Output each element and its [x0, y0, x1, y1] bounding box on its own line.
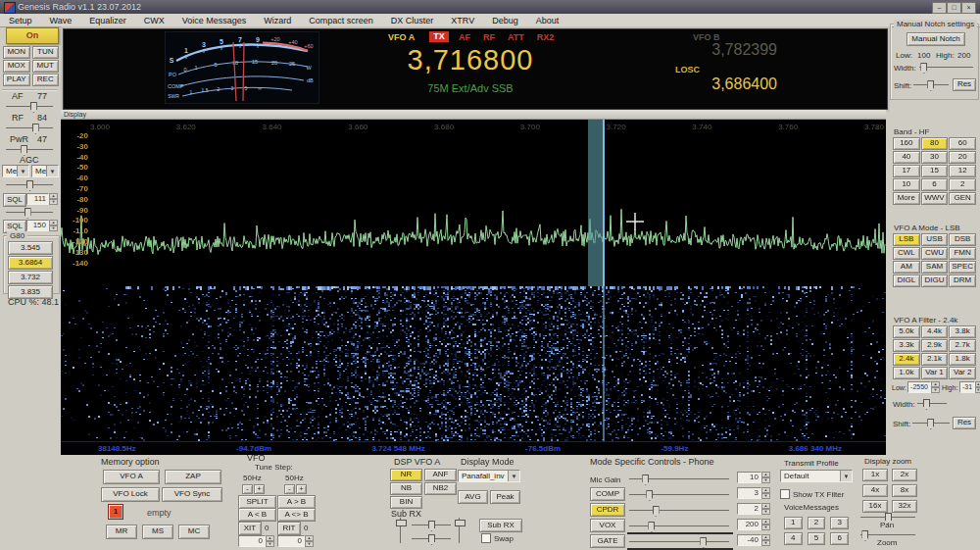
voice-message-button[interactable]: 5 [808, 532, 826, 545]
filter-button[interactable]: 3.3k [893, 339, 920, 352]
step-a-plus-button[interactable]: + [254, 484, 265, 494]
comp-spinner[interactable]: 3 [737, 487, 770, 499]
notch-shift-slider[interactable] [913, 80, 949, 89]
cpdr-slider[interactable] [629, 506, 729, 515]
pwr-slider[interactable] [6, 145, 53, 154]
sql1-button[interactable]: SQL [3, 193, 26, 207]
mic-gain-slider[interactable] [629, 475, 729, 483]
band-button[interactable]: 20 [949, 151, 976, 164]
mode-button[interactable]: DIGU [921, 275, 949, 287]
gate-slider[interactable] [629, 537, 729, 546]
vfoa-flag[interactable]: RX2 [537, 32, 555, 42]
band-button[interactable]: 15 [921, 165, 949, 177]
sql2-spinner[interactable]: 150 [26, 220, 58, 231]
filter-button[interactable]: 3.8k [949, 325, 976, 338]
menu-item[interactable]: XTRV [442, 16, 483, 25]
agc-select-rx1[interactable]: Med [2, 165, 29, 177]
voice-message-button[interactable]: 4 [784, 532, 803, 545]
memory-vfoa-button[interactable]: VFO A [103, 470, 160, 484]
mode-button[interactable]: AM [893, 261, 920, 274]
mode-button[interactable]: DSB [949, 233, 976, 246]
subrx-rf-slider[interactable] [455, 518, 464, 543]
band-button[interactable]: 30 [921, 151, 949, 164]
band-button[interactable]: 6 [921, 178, 949, 191]
band-button[interactable]: 60 [949, 137, 976, 150]
subrx-af-slider[interactable] [396, 518, 405, 543]
xit-button[interactable]: XIT [238, 522, 262, 535]
zoom-button[interactable]: 32x [892, 500, 917, 513]
rx-control-button[interactable]: REC [32, 74, 60, 86]
band-button[interactable]: 17 [893, 165, 920, 177]
band-button[interactable]: 2 [949, 178, 976, 191]
rx-control-button[interactable]: TUN [32, 46, 60, 59]
vfoa-flag[interactable]: RF [483, 32, 495, 42]
menu-item[interactable]: Voice Messages [173, 16, 256, 25]
band-button[interactable]: GEN [949, 192, 976, 205]
zoom-button[interactable]: 16x [862, 500, 888, 513]
vox-slider[interactable] [629, 522, 729, 530]
filter-button[interactable]: 5.0k [893, 325, 920, 338]
rx-control-button[interactable]: MOX [3, 60, 30, 73]
filter-reset-button[interactable]: Res [953, 417, 976, 429]
band-button[interactable]: 80 [921, 137, 949, 150]
sql1-spinner[interactable]: 111 [26, 193, 58, 205]
b-to-a-button[interactable]: A < B [238, 508, 276, 522]
vfoa-frequency[interactable]: 3,716800 [348, 44, 593, 76]
menu-item[interactable]: Compact screen [300, 16, 382, 25]
split-button[interactable]: SPLIT [238, 495, 276, 509]
filter-button[interactable]: 1.8k [949, 353, 976, 366]
rit-button[interactable]: RIT [277, 522, 301, 535]
mode-button[interactable]: SAM [921, 261, 949, 274]
avg-button[interactable]: AVG [458, 490, 488, 504]
step-b-plus-button[interactable]: + [296, 484, 307, 494]
mode-button[interactable]: DRM [949, 275, 976, 287]
comp-button[interactable]: COMP [590, 487, 625, 501]
swap-checkbox[interactable]: Swap [481, 533, 514, 543]
band-button[interactable]: 12 [949, 165, 976, 177]
vox-button[interactable]: VOX [590, 519, 625, 532]
mode-button[interactable]: CWU [921, 247, 949, 260]
subrx-gain-slider[interactable] [412, 534, 451, 543]
filter-button[interactable]: 4.4k [921, 325, 949, 338]
menu-item[interactable]: Setup [0, 16, 41, 25]
filter-high-spinner[interactable]: -31 [959, 381, 979, 393]
manual-notch-button[interactable]: Manual Notch [906, 32, 965, 46]
step-a-minus-button[interactable]: - [242, 484, 253, 494]
cpdr-spinner[interactable]: 2 [737, 503, 770, 515]
minimize-button[interactable]: – [932, 2, 947, 14]
memory-clear-button[interactable]: MC [178, 525, 210, 539]
voice-message-button[interactable]: 6 [830, 532, 849, 545]
mode-button[interactable]: USB [921, 233, 949, 246]
vfoa-flag[interactable]: AF [459, 32, 470, 42]
filter-button[interactable]: 1.0k [893, 367, 920, 379]
af-slider[interactable] [6, 102, 53, 111]
spectrum-waterfall-canvas[interactable] [61, 120, 886, 442]
power-on-button[interactable]: On [6, 27, 59, 44]
menu-item[interactable]: Equalizer [80, 16, 135, 25]
close-button[interactable]: × [961, 2, 976, 14]
rx-control-button[interactable]: MUT [32, 60, 60, 73]
menu-item[interactable]: CWX [135, 16, 173, 25]
gate-button[interactable]: GATE [590, 534, 625, 548]
memory-zap-button[interactable]: ZAP [165, 470, 221, 484]
vfo-lock-button[interactable]: VFO Lock [101, 487, 160, 502]
maximize-button[interactable]: □ [947, 2, 961, 14]
filter-button[interactable]: 2.1k [921, 353, 949, 366]
band-button[interactable]: 40 [893, 151, 920, 164]
filter-button[interactable]: 2.9k [921, 339, 949, 352]
memory-slot-button[interactable]: 1 [108, 504, 123, 520]
voice-message-button[interactable]: 1 [784, 517, 803, 529]
sql1-slider[interactable] [6, 208, 53, 217]
menu-item[interactable]: About [527, 16, 568, 25]
zoom-button[interactable]: 2x [892, 469, 917, 481]
mode-button[interactable]: FMN [949, 247, 976, 260]
a-swap-b-button[interactable]: A <> B [277, 508, 316, 522]
band-button[interactable]: 160 [893, 137, 920, 150]
memory-store-button[interactable]: MS [142, 525, 173, 539]
vfo-sync-button[interactable]: VFO Sync [162, 487, 222, 502]
losc-frequency[interactable]: 3,686400 [632, 75, 777, 93]
filter-button[interactable]: Var 2 [949, 367, 976, 379]
filter-shift-slider[interactable] [912, 419, 950, 427]
step-b-minus-button[interactable]: - [284, 484, 295, 494]
a-to-b-button[interactable]: A > B [277, 495, 316, 509]
